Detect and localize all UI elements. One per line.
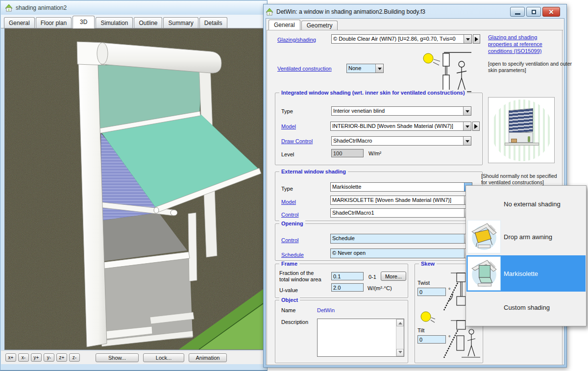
right-arrow-icon	[474, 124, 480, 129]
axis-button-z-minus[interactable]: z-	[69, 353, 80, 362]
description-textarea[interactable]	[318, 319, 396, 356]
minimize-icon	[515, 13, 520, 15]
draw-control-link-label[interactable]: Draw Control	[281, 138, 313, 144]
animation-button[interactable]: Animation	[189, 353, 227, 362]
skew-group-title: Skew	[419, 261, 437, 267]
frame-group: Frame Fraction of the total window area …	[275, 264, 408, 298]
minimize-button[interactable]	[510, 7, 525, 17]
restore-icon	[532, 10, 536, 14]
tab-dialog-geometry[interactable]: Geometry	[301, 21, 338, 30]
integrated-model-link-label[interactable]: Model	[281, 124, 296, 129]
integrated-type-dropdown-arrow-icon[interactable]	[463, 107, 471, 115]
external-shading-note: [Should normally not be specified for ve…	[481, 173, 561, 186]
dialog-tabstrip: General Geometry	[267, 20, 563, 30]
ventilated-combo[interactable]: None	[346, 64, 384, 73]
ventilated-dropdown-arrow-icon[interactable]	[375, 64, 383, 73]
scroll-up-icon[interactable]	[396, 319, 404, 326]
glazing-open-button[interactable]	[473, 34, 480, 44]
fraction-label-line1: Fraction of the	[279, 270, 314, 276]
popup-item-custom-shading[interactable]: Custom shading	[466, 292, 586, 323]
opening-schedule-link-label[interactable]: Schedule	[281, 252, 304, 258]
tab-general-label: General	[9, 20, 30, 26]
integrated-type-combo[interactable]: Interior venetian blind	[331, 106, 471, 116]
popup-item-markisolette-label: Markisolette	[504, 270, 538, 277]
tab-summary[interactable]: Summary	[163, 17, 198, 28]
uvalue-unit: W/(m²·°C)	[368, 285, 392, 291]
popup-item-markisolette[interactable]: Markisolette	[466, 255, 586, 292]
arm-cap	[171, 210, 177, 216]
app-house-icon	[5, 4, 13, 12]
external-model-link-label[interactable]: Model	[281, 199, 296, 205]
ventilated-construction-link-label[interactable]: Ventilated construction	[277, 66, 332, 72]
axis-button-x-minus[interactable]: x-	[18, 353, 29, 362]
integrated-type-label: Type	[281, 108, 293, 114]
external-control-link-label[interactable]: Control	[281, 212, 298, 218]
integrated-model-open-button[interactable]	[472, 122, 480, 131]
twist-label: Twist	[417, 280, 430, 286]
tab-details[interactable]: Details	[199, 17, 227, 28]
tab-floor-plan-label: Floor plan	[41, 20, 67, 26]
3d-scene	[5, 29, 263, 349]
tab-outline[interactable]: Outline	[134, 17, 162, 28]
popup-item-custom-shading-label: Custom shading	[504, 304, 550, 311]
opening-control-link-label[interactable]: Control	[281, 237, 298, 243]
left-window-tabstrip: General Floor plan 3D Simulation Outline…	[1, 15, 267, 28]
uvalue-label: U-value	[279, 287, 298, 293]
external-model-combo[interactable]: MARKISOLETTE [Woven Shade Material (WIN7…	[330, 196, 472, 205]
integrated-model-dropdown-arrow-icon[interactable]	[463, 122, 471, 130]
tab-dialog-general-label: General	[274, 22, 295, 28]
axis-button-x-plus[interactable]: x+	[5, 353, 16, 362]
external-type-combo[interactable]: Markisolette	[330, 182, 472, 192]
axis-button-y-plus[interactable]: y+	[31, 353, 42, 362]
object-group: Object Name DetWin Description	[275, 300, 408, 363]
description-scrollbar[interactable]	[396, 319, 404, 356]
uvalue-field[interactable]	[331, 283, 364, 292]
viewport-toolbar: x+ x- y+ y- z+ z- Show... Lock... Animat…	[1, 350, 267, 364]
level-label: Level	[281, 151, 294, 157]
tab-dialog-general[interactable]: General	[269, 20, 300, 30]
opening-schedule-combo[interactable]: © Never open	[330, 248, 472, 258]
lock-button[interactable]: Lock...	[143, 353, 184, 362]
tab-simulation-label: Simulation	[100, 20, 128, 26]
integrated-shading-preview	[488, 97, 555, 163]
external-control-combo[interactable]: ShadeCtrlMacro1	[330, 208, 472, 218]
tab-summary-label: Summary	[168, 20, 193, 26]
draw-control-combo[interactable]: ShadeCtrlMacro	[331, 136, 471, 146]
tab-general[interactable]: General	[4, 17, 35, 28]
front-bar-cap	[154, 207, 159, 213]
external-control-value: ShadeCtrlMacro1	[331, 209, 464, 217]
axis-button-y-minus[interactable]: y-	[44, 353, 54, 362]
opening-control-combo[interactable]: Schedule	[330, 234, 472, 244]
fraction-label-line2: total window area	[279, 276, 321, 282]
left-window: shading animation2 General Floor plan 3D…	[0, 0, 268, 371]
tab-floor-plan[interactable]: Floor plan	[36, 17, 72, 28]
opening-group: Opening Control Schedule Schedule © Neve…	[275, 223, 483, 261]
draw-control-dropdown-arrow-icon[interactable]	[463, 137, 471, 145]
popup-item-drop-arm-awning[interactable]: Drop arm awning	[466, 219, 586, 254]
glazing-shading-link-label[interactable]: Glazing/shading	[277, 37, 316, 43]
show-button[interactable]: Show...	[96, 353, 139, 362]
object-group-title: Object	[279, 297, 300, 303]
tilt-label: Tilt	[417, 327, 424, 333]
external-type-value: Markisolette	[331, 183, 464, 191]
more-button[interactable]: More...	[381, 272, 406, 281]
integrated-shading-group-title: Integrated window shading (wrt. inner sk…	[279, 90, 467, 96]
tab-3d[interactable]: 3D	[73, 16, 95, 28]
axis-button-z-plus[interactable]: z+	[56, 353, 67, 362]
drop-arm-awning-icon	[467, 220, 501, 253]
scroll-down-icon[interactable]	[396, 349, 404, 356]
popup-item-drop-arm-awning-label: Drop arm awning	[504, 233, 552, 241]
restore-button[interactable]	[526, 7, 541, 17]
integrated-model-combo[interactable]: INTERIOR-BLIND [Woven Shade Material (WI…	[330, 122, 471, 131]
glazing-properties-link[interactable]: Glazing and shading properties at refere…	[488, 34, 563, 54]
fraction-field[interactable]	[331, 272, 364, 280]
glazing-dropdown-arrow-icon[interactable]	[464, 35, 471, 43]
tab-simulation[interactable]: Simulation	[96, 17, 133, 28]
skew-sun-icon	[420, 310, 436, 325]
external-shading-group-title: External window shading	[279, 169, 348, 174]
3d-viewport[interactable]	[4, 28, 264, 350]
tab-details-label: Details	[204, 20, 222, 26]
glazing-combo[interactable]: © Double Clear Air (WIN7) [U=2.86, g=0.7…	[331, 34, 472, 44]
close-button[interactable]: ✕	[542, 7, 560, 17]
popup-item-no-external-shading[interactable]: No external shading	[466, 189, 586, 219]
